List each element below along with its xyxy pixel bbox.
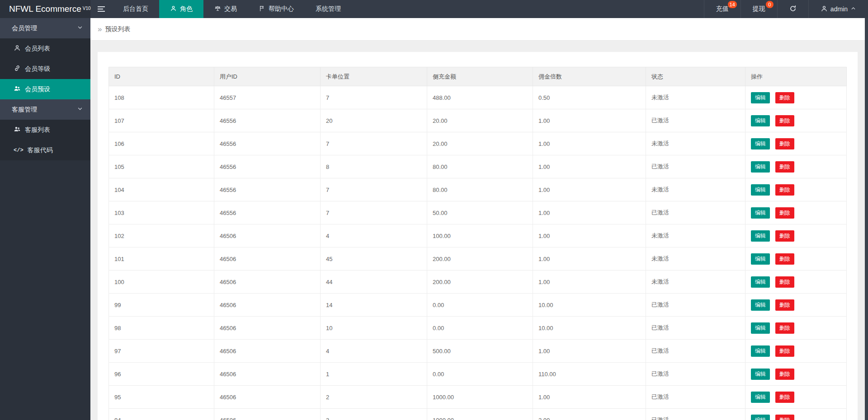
nav-item-roles[interactable]: 角色 <box>159 0 203 18</box>
col-header-multiplier: 佣金倍数 <box>533 67 646 86</box>
nav-item-dashboard[interactable]: 后台首页 <box>112 0 159 18</box>
edit-button[interactable]: 编辑 <box>751 207 770 219</box>
edit-button[interactable]: 编辑 <box>751 184 770 196</box>
delete-button[interactable]: 删除 <box>775 230 794 242</box>
chevron-down-icon <box>77 24 83 32</box>
cell-actions: 编辑 删除 <box>745 409 847 420</box>
edit-button[interactable]: 编辑 <box>751 415 770 420</box>
delete-button[interactable]: 删除 <box>775 392 794 403</box>
nav-item-trade[interactable]: 交易 <box>203 0 248 18</box>
cell-status: 已激活 <box>646 155 745 178</box>
topbar-right: 充值 14 提现 0 admin <box>704 0 868 18</box>
topbar: NFWL Ecommerce V10 后台首页 角色 交易 <box>0 0 868 18</box>
cell-amount: 1000.00 <box>427 386 533 409</box>
cell-multiplier: 1.00 <box>533 340 646 363</box>
table-row: 108 46557 7 488.00 0.50 未激活 编辑 删除 <box>109 86 847 109</box>
delete-button[interactable]: 删除 <box>775 369 794 380</box>
edit-button[interactable]: 编辑 <box>751 322 770 334</box>
cell-user-id: 46506 <box>214 317 321 340</box>
edit-button[interactable]: 编辑 <box>751 299 770 311</box>
cell-id: 106 <box>109 132 214 155</box>
nav-item-help-center[interactable]: 帮助中心 <box>248 0 305 18</box>
delete-button[interactable]: 删除 <box>775 207 794 219</box>
cell-id: 105 <box>109 155 214 178</box>
table-row: 105 46556 8 80.00 1.00 已激活 编辑 删除 <box>109 155 847 178</box>
delete-button[interactable]: 删除 <box>775 161 794 173</box>
sidebar-group-service-management[interactable]: 客服管理 <box>0 99 90 120</box>
cell-actions: 编辑 删除 <box>745 386 847 409</box>
cell-status: 已激活 <box>646 317 745 340</box>
delete-button[interactable]: 删除 <box>775 115 794 126</box>
cell-amount: 200.00 <box>427 247 533 271</box>
delete-button[interactable]: 删除 <box>775 415 794 420</box>
table-row: 107 46556 20 20.00 1.00 已激活 编辑 删除 <box>109 109 847 132</box>
cell-multiplier: 10.00 <box>533 317 646 340</box>
delete-button[interactable]: 删除 <box>775 276 794 288</box>
cell-actions: 编辑 删除 <box>745 224 847 247</box>
cell-status: 已激活 <box>646 201 745 224</box>
table-row: 104 46556 7 80.00 1.00 未激活 编辑 删除 <box>109 178 847 201</box>
nav-label: 系统管理 <box>316 5 341 13</box>
cell-id: 97 <box>109 340 214 363</box>
cell-amount: 500.00 <box>427 340 533 363</box>
edit-button[interactable]: 编辑 <box>751 115 770 126</box>
cell-status: 已激活 <box>646 409 745 420</box>
col-header-amount: 侧充金额 <box>427 67 533 86</box>
sidebar-group-member-management[interactable]: 会员管理 <box>0 18 90 38</box>
delete-button[interactable]: 删除 <box>775 253 794 265</box>
cell-status: 已激活 <box>646 294 745 317</box>
cell-status: 未激活 <box>646 86 745 109</box>
nav-label: 角色 <box>180 5 193 13</box>
sidebar-item-label: 客服列表 <box>25 126 50 134</box>
admin-menu[interactable]: admin <box>808 0 868 18</box>
edit-button[interactable]: 编辑 <box>751 230 770 242</box>
sidebar-group-label: 会员管理 <box>12 24 37 33</box>
edit-button[interactable]: 编辑 <box>751 161 770 173</box>
cell-multiplier: 1.00 <box>533 386 646 409</box>
withdraw-button[interactable]: 提现 0 <box>741 0 777 18</box>
edit-button[interactable]: 编辑 <box>751 345 770 357</box>
cell-status: 未激活 <box>646 224 745 247</box>
cell-id: 107 <box>109 109 214 132</box>
link-icon <box>14 65 21 73</box>
edit-button[interactable]: 编辑 <box>751 138 770 149</box>
cell-amount: 0.00 <box>427 317 533 340</box>
cell-position: 4 <box>321 340 427 363</box>
sidebar-toggle-icon[interactable] <box>90 0 112 18</box>
cell-position: 8 <box>321 155 427 178</box>
cell-id: 103 <box>109 201 214 224</box>
edit-button[interactable]: 编辑 <box>751 253 770 265</box>
sidebar-group-label: 客服管理 <box>12 106 37 114</box>
sidebar-item-service-list[interactable]: 客服列表 <box>0 120 90 140</box>
refresh-button[interactable] <box>777 0 808 18</box>
vertical-scrollbar[interactable] <box>865 18 868 420</box>
sidebar-item-member-list[interactable]: 会员列表 <box>0 38 90 59</box>
col-header-position: 卡单位置 <box>321 67 427 86</box>
cell-user-id: 46556 <box>214 178 321 201</box>
delete-button[interactable]: 删除 <box>775 92 794 103</box>
edit-button[interactable]: 编辑 <box>751 92 770 103</box>
cell-position: 3 <box>321 409 427 420</box>
delete-button[interactable]: 删除 <box>775 138 794 149</box>
sidebar-item-member-level[interactable]: 会员等级 <box>0 59 90 79</box>
nav-item-system-admin[interactable]: 系统管理 <box>305 0 352 18</box>
edit-button[interactable]: 编辑 <box>751 392 770 403</box>
sidebar-item-member-preset[interactable]: 会员预设 <box>0 79 90 99</box>
cell-amount: 0.00 <box>427 294 533 317</box>
cell-position: 7 <box>321 201 427 224</box>
cell-position: 10 <box>321 317 427 340</box>
brand-name: NFWL Ecommerce <box>9 4 81 14</box>
delete-button[interactable]: 删除 <box>775 345 794 357</box>
edit-button[interactable]: 编辑 <box>751 276 770 288</box>
cell-status: 已激活 <box>646 340 745 363</box>
delete-button[interactable]: 删除 <box>775 322 794 334</box>
delete-button[interactable]: 删除 <box>775 299 794 311</box>
cell-id: 101 <box>109 247 214 271</box>
cell-amount: 100.00 <box>427 224 533 247</box>
sidebar-item-service-code[interactable]: </> 客服代码 <box>0 140 90 160</box>
edit-button[interactable]: 编辑 <box>751 369 770 380</box>
cell-user-id: 46506 <box>214 224 321 247</box>
recharge-button[interactable]: 充值 14 <box>704 0 741 18</box>
page-title: 预设列表 <box>105 25 130 33</box>
delete-button[interactable]: 删除 <box>775 184 794 196</box>
